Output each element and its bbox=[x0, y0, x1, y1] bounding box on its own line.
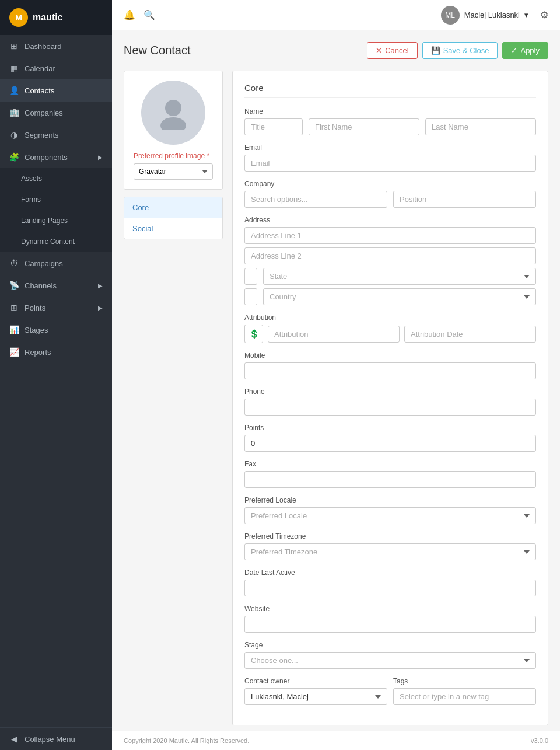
sidebar-item-dashboard[interactable]: ⊞ Dashboard bbox=[0, 35, 112, 57]
email-label: Email bbox=[244, 144, 536, 152]
contact-owner-group: Contact owner Lukiasnki, Maciej bbox=[244, 677, 387, 705]
sidebar-item-channels[interactable]: 📡 Channels ▶ bbox=[0, 274, 112, 296]
sidebar-item-points[interactable]: ⊞ Points ▶ bbox=[0, 296, 112, 319]
logo-area: M mautic bbox=[0, 0, 112, 35]
date-last-active-label: Date Last Active bbox=[244, 568, 536, 577]
attribution-group: Attribution 💲 bbox=[244, 313, 536, 343]
mobile-label: Mobile bbox=[244, 351, 536, 360]
cancel-button[interactable]: ✕ Cancel bbox=[367, 42, 417, 59]
website-input[interactable] bbox=[244, 616, 536, 633]
website-group: Website bbox=[244, 605, 536, 633]
city-input[interactable] bbox=[244, 268, 257, 285]
collapse-label: Collapse Menu bbox=[24, 735, 75, 744]
country-select[interactable]: Country bbox=[263, 288, 536, 305]
sidebar-item-components[interactable]: 🧩 Components ▶ bbox=[0, 146, 112, 168]
fax-label: Fax bbox=[244, 460, 536, 468]
contacts-icon: 👤 bbox=[9, 86, 19, 95]
collapse-menu-button[interactable]: ◀ Collapse Menu bbox=[0, 727, 112, 750]
date-last-active-input[interactable] bbox=[244, 580, 536, 596]
stage-group: Stage Choose one... bbox=[244, 641, 536, 669]
sidebar-item-label: Components bbox=[24, 153, 68, 162]
preferred-timezone-group: Preferred Timezone Preferred Timezone bbox=[244, 532, 536, 560]
sidebar-item-label: Reports bbox=[24, 348, 51, 357]
points-group: Points bbox=[244, 424, 536, 452]
page-title: New Contact bbox=[124, 44, 367, 57]
attribution-input[interactable] bbox=[268, 326, 400, 343]
campaigns-icon: ⏱ bbox=[9, 259, 19, 268]
phone-group: Phone bbox=[244, 388, 536, 416]
topbar-icons: 🔔 🔍 bbox=[124, 9, 155, 20]
form-nav-core[interactable]: Core bbox=[124, 197, 222, 218]
attribution-row: 💲 bbox=[244, 325, 536, 343]
apply-button[interactable]: ✓ Apply bbox=[502, 42, 548, 59]
profile-image-select[interactable]: Gravatar bbox=[134, 163, 213, 180]
zip-input[interactable] bbox=[244, 288, 257, 305]
sidebar-item-contacts[interactable]: 👤 Contacts bbox=[0, 79, 112, 102]
page-actions: ✕ Cancel 💾 Save & Close ✓ Apply bbox=[367, 42, 548, 59]
preferred-locale-select[interactable]: Preferred Locale bbox=[244, 507, 536, 524]
avatar: ML bbox=[441, 6, 460, 25]
city-state-row: State bbox=[244, 268, 536, 285]
sidebar-item-label: Campaigns bbox=[24, 259, 63, 268]
company-row bbox=[244, 191, 536, 208]
sidebar-item-companies[interactable]: 🏢 Companies bbox=[0, 102, 112, 124]
email-group: Email bbox=[244, 144, 536, 172]
contact-owner-label: Contact owner bbox=[244, 677, 387, 685]
dashboard-icon: ⊞ bbox=[9, 41, 19, 51]
first-name-input[interactable] bbox=[309, 118, 419, 135]
sidebar-item-label: Channels bbox=[24, 281, 57, 290]
topbar: 🔔 🔍 ML Maciej Lukiasnki ▾ ⚙ bbox=[112, 0, 560, 30]
user-dropdown-icon[interactable]: ▾ bbox=[524, 11, 528, 19]
save-close-button[interactable]: 💾 Save & Close bbox=[422, 42, 498, 59]
sidebar-item-forms[interactable]: Forms bbox=[0, 189, 112, 210]
title-input[interactable] bbox=[244, 118, 303, 135]
sidebar-item-calendar[interactable]: ▦ Calendar bbox=[0, 57, 112, 79]
form-nav-social[interactable]: Social bbox=[124, 218, 222, 239]
gear-icon[interactable]: ⚙ bbox=[540, 9, 548, 20]
required-mark: * bbox=[206, 152, 209, 160]
sidebar-item-reports[interactable]: 📈 Reports bbox=[0, 341, 112, 363]
sidebar-item-dynamic-content[interactable]: Dynamic Content bbox=[0, 231, 112, 252]
notification-icon[interactable]: 🔔 bbox=[124, 9, 135, 20]
svg-point-1 bbox=[160, 117, 186, 130]
preferred-locale-group: Preferred Locale Preferred Locale bbox=[244, 496, 536, 524]
sidebar-item-stages[interactable]: 📊 Stages bbox=[0, 319, 112, 341]
sidebar-item-assets[interactable]: Assets bbox=[0, 168, 112, 189]
attribution-icon-button[interactable]: 💲 bbox=[244, 325, 263, 343]
address-group: Address State Country bbox=[244, 216, 536, 305]
check-icon: ✓ bbox=[511, 46, 517, 55]
sidebar-item-campaigns[interactable]: ⏱ Campaigns bbox=[0, 252, 112, 274]
tags-input[interactable] bbox=[393, 688, 536, 705]
state-select[interactable]: State bbox=[263, 268, 536, 285]
channels-icon: 📡 bbox=[9, 281, 19, 290]
phone-label: Phone bbox=[244, 388, 536, 396]
tags-label: Tags bbox=[393, 677, 536, 685]
address2-input[interactable] bbox=[244, 247, 536, 264]
company-input[interactable] bbox=[244, 191, 387, 208]
position-input[interactable] bbox=[393, 191, 536, 208]
phone-input[interactable] bbox=[244, 399, 536, 416]
sidebar-item-segments[interactable]: ◑ Segments bbox=[0, 124, 112, 146]
components-submenu: Assets Forms Landing Pages Dynamic Conte… bbox=[0, 168, 112, 252]
sidebar-item-label: Segments bbox=[24, 131, 59, 139]
fax-input[interactable] bbox=[244, 471, 536, 488]
contact-owner-select[interactable]: Lukiasnki, Maciej bbox=[244, 688, 387, 705]
preferred-timezone-select[interactable]: Preferred Timezone bbox=[244, 543, 536, 560]
sidebar-item-label: Points bbox=[24, 304, 46, 312]
content-area: New Contact ✕ Cancel 💾 Save & Close ✓ Ap… bbox=[112, 30, 560, 731]
last-name-input[interactable] bbox=[425, 118, 536, 135]
profile-avatar bbox=[141, 81, 205, 145]
stage-select[interactable]: Choose one... bbox=[244, 652, 536, 669]
profile-card: Preferred profile image * Gravatar bbox=[124, 71, 223, 190]
points-input[interactable] bbox=[244, 435, 536, 452]
search-icon[interactable]: 🔍 bbox=[144, 9, 155, 20]
address1-input[interactable] bbox=[244, 227, 536, 244]
mobile-input[interactable] bbox=[244, 362, 536, 379]
email-input[interactable] bbox=[244, 155, 536, 172]
sidebar-item-landing-pages[interactable]: Landing Pages bbox=[0, 210, 112, 231]
attribution-date-input[interactable] bbox=[404, 326, 536, 343]
chevron-right-icon: ▶ bbox=[98, 305, 103, 311]
sidebar-sub-label: Assets bbox=[21, 175, 42, 183]
profile-image-label: Preferred profile image * bbox=[134, 152, 213, 160]
chevron-right-icon: ▶ bbox=[98, 282, 103, 289]
